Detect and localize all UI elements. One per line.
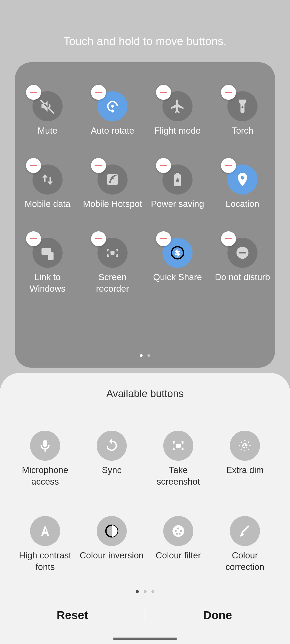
tile-circle[interactable] bbox=[32, 91, 63, 121]
available-label: Colour correction bbox=[213, 550, 277, 573]
tile-torch[interactable]: Torch bbox=[210, 91, 275, 137]
tile-power-saving[interactable]: Power saving bbox=[145, 164, 210, 210]
flight-icon bbox=[169, 98, 186, 114]
tile-location[interactable]: Location bbox=[210, 164, 275, 210]
remove-badge[interactable] bbox=[26, 158, 41, 173]
tile-circle[interactable] bbox=[162, 238, 193, 268]
remove-badge[interactable] bbox=[221, 158, 236, 173]
extradim-icon bbox=[237, 438, 253, 453]
torch-icon bbox=[234, 98, 251, 114]
tile-mute[interactable]: Mute bbox=[15, 91, 80, 137]
invert-icon bbox=[104, 523, 119, 539]
reset-button[interactable]: Reset bbox=[0, 609, 145, 622]
available-tile-microphone-access[interactable]: Microphone access bbox=[12, 431, 78, 488]
sheet-dot[interactable] bbox=[151, 590, 154, 593]
remove-badge[interactable] bbox=[26, 231, 41, 246]
tile-label: Power saving bbox=[151, 198, 204, 210]
tile-mobile-data[interactable]: Mobile data bbox=[15, 164, 80, 210]
tile-circle[interactable] bbox=[227, 91, 258, 121]
available-tile-sync[interactable]: Sync bbox=[78, 431, 145, 488]
tile-do-not-disturb[interactable]: Do not disturb bbox=[210, 238, 275, 295]
available-label: Take screenshot bbox=[146, 464, 211, 488]
mute-icon bbox=[39, 98, 56, 114]
remove-badge[interactable] bbox=[91, 158, 106, 173]
available-buttons-sheet: Available buttons Microphone access Sync… bbox=[0, 373, 290, 644]
remove-badge[interactable] bbox=[156, 85, 171, 100]
active-tiles-panel: Mute Auto rotate Flight mode Torch Mobil… bbox=[15, 62, 275, 368]
tile-label: Do not disturb bbox=[215, 272, 270, 283]
instruction-text: Touch and hold to move buttons. bbox=[0, 35, 290, 48]
tile-label: Mobile Hotspot bbox=[83, 198, 142, 210]
tile-flight-mode[interactable]: Flight mode bbox=[145, 91, 210, 137]
screenrec-icon bbox=[104, 245, 121, 261]
tile-label: Mute bbox=[38, 125, 57, 137]
hcfont-icon bbox=[37, 523, 53, 539]
autorotate-icon bbox=[104, 98, 121, 114]
available-circle[interactable] bbox=[97, 516, 127, 546]
tile-quick-share[interactable]: Quick Share bbox=[145, 238, 210, 295]
available-label: High contrast fonts bbox=[13, 550, 77, 573]
available-circle[interactable] bbox=[163, 431, 193, 461]
mic-icon bbox=[37, 438, 53, 453]
tile-circle[interactable] bbox=[162, 91, 193, 121]
sheet-page-dots bbox=[0, 590, 290, 593]
available-circle[interactable] bbox=[230, 431, 260, 461]
remove-badge[interactable] bbox=[26, 85, 41, 100]
tile-circle[interactable] bbox=[97, 91, 128, 121]
remove-badge[interactable] bbox=[91, 231, 106, 246]
available-tile-colour-correction[interactable]: Colour correction bbox=[212, 516, 278, 573]
hotspot-icon bbox=[104, 171, 121, 188]
available-tile-take-screenshot[interactable]: Take screenshot bbox=[145, 431, 212, 488]
gesture-bar[interactable] bbox=[113, 638, 177, 640]
done-button[interactable]: Done bbox=[145, 609, 290, 622]
panel-dot[interactable] bbox=[140, 354, 143, 357]
available-circle[interactable] bbox=[30, 516, 60, 546]
tile-circle[interactable] bbox=[97, 238, 128, 268]
tile-label: Quick Share bbox=[153, 272, 202, 283]
tile-label: Screen recorder bbox=[82, 272, 143, 295]
tile-link-to-windows[interactable]: Link to Windows bbox=[15, 238, 80, 295]
panel-dot[interactable] bbox=[147, 354, 150, 357]
tile-label: Auto rotate bbox=[91, 125, 134, 137]
available-label: Extra dim bbox=[226, 464, 263, 476]
remove-badge[interactable] bbox=[91, 85, 106, 100]
sheet-dot[interactable] bbox=[144, 590, 147, 593]
available-circle[interactable] bbox=[163, 516, 193, 546]
colourcorrect-icon bbox=[237, 523, 253, 539]
available-circle[interactable] bbox=[97, 431, 127, 461]
available-tile-extra-dim[interactable]: Extra dim bbox=[212, 431, 278, 488]
tile-auto-rotate[interactable]: Auto rotate bbox=[80, 91, 145, 137]
available-tile-colour-filter[interactable]: Colour filter bbox=[145, 516, 212, 573]
available-tile-colour-inversion[interactable]: Colour inversion bbox=[78, 516, 145, 573]
tile-circle[interactable] bbox=[32, 164, 63, 195]
tile-circle[interactable] bbox=[97, 164, 128, 195]
tile-label: Mobile data bbox=[25, 198, 71, 210]
tile-circle[interactable] bbox=[32, 238, 63, 268]
dnd-icon bbox=[234, 245, 251, 261]
available-label: Sync bbox=[102, 464, 121, 476]
action-bar: Reset Done bbox=[0, 601, 290, 630]
sheet-dot[interactable] bbox=[136, 590, 139, 593]
available-label: Colour inversion bbox=[80, 550, 144, 561]
quickshare-icon bbox=[169, 245, 186, 261]
powersave-icon bbox=[169, 171, 186, 188]
remove-badge[interactable] bbox=[221, 85, 236, 100]
remove-badge[interactable] bbox=[221, 231, 236, 246]
panel-page-dots bbox=[15, 354, 275, 357]
tile-circle[interactable] bbox=[227, 164, 258, 195]
available-tile-high-contrast-fonts[interactable]: High contrast fonts bbox=[12, 516, 78, 573]
available-circle[interactable] bbox=[30, 431, 60, 461]
remove-badge[interactable] bbox=[156, 231, 171, 246]
tile-label: Flight mode bbox=[154, 125, 201, 137]
remove-badge[interactable] bbox=[156, 158, 171, 173]
tile-mobile-hotspot[interactable]: Mobile Hotspot bbox=[80, 164, 145, 210]
tile-label: Location bbox=[226, 198, 259, 210]
tile-label: Link to Windows bbox=[17, 272, 78, 295]
tile-screen-recorder[interactable]: Screen recorder bbox=[80, 238, 145, 295]
tile-circle[interactable] bbox=[162, 164, 193, 195]
available-circle[interactable] bbox=[230, 516, 260, 546]
mobiledata-icon bbox=[39, 171, 56, 188]
screenshot-icon bbox=[171, 438, 186, 453]
tile-circle[interactable] bbox=[227, 238, 258, 268]
sheet-title: Available buttons bbox=[0, 388, 290, 400]
